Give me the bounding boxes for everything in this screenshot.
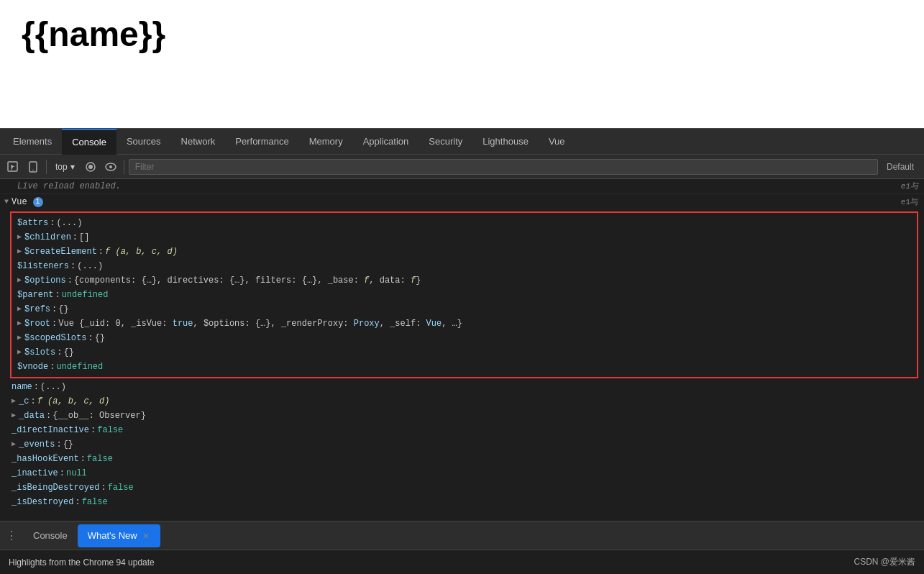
prop-refs[interactable]: ▶ $refs : {}	[12, 302, 917, 316]
tab-elements[interactable]: Elements	[3, 129, 62, 155]
prop-c[interactable]: ▶ _c : f (a, b, c, d)	[0, 394, 924, 409]
inspect-element-icon[interactable]	[4, 158, 22, 176]
svg-point-2	[32, 169, 34, 170]
more-options-icon[interactable]: ⋮	[6, 529, 17, 542]
devtools-tab-bar: Elements Console Sources Network Perform…	[0, 129, 924, 155]
tab-sources[interactable]: Sources	[116, 129, 171, 155]
chevron-down-icon: ▾	[70, 162, 75, 172]
console-content[interactable]: Live reload enabled. e1与 ▼ Vue i e1与 $at…	[0, 179, 924, 521]
vue-object-header[interactable]: ▼ Vue i e1与	[0, 194, 924, 210]
prop-has-hook-event[interactable]: _hasHookEvent : false	[0, 452, 924, 466]
expand-arrow-icon: ▼	[4, 196, 9, 209]
prop-parent[interactable]: $parent : undefined	[12, 288, 917, 302]
live-reload-text: Live reload enabled.	[17, 180, 121, 193]
prop-inactive[interactable]: _inactive : null	[0, 466, 924, 480]
prop-data[interactable]: ▶ _data : {__ob__: Observer}	[0, 409, 924, 423]
prop-is-destroyed[interactable]: _isDestroyed : false	[0, 495, 924, 509]
tab-memory[interactable]: Memory	[299, 129, 353, 155]
console-live-reload: Live reload enabled. e1与	[0, 179, 924, 194]
highlights-bar: Highlights from the Chrome 94 update CSD…	[0, 550, 924, 574]
tab-vue[interactable]: Vue	[539, 129, 575, 155]
vue-info-badge: i	[33, 197, 43, 207]
vue-label: Vue	[12, 196, 27, 209]
csdn-watermark: CSDN @爱米酱	[854, 556, 915, 568]
divider-2	[124, 160, 124, 174]
devtools-bottom-bar: ⋮ Console What's New ×	[0, 521, 924, 550]
prop-scoped-slots[interactable]: ▶ $scopedSlots : {}	[12, 331, 917, 345]
tab-lighthouse[interactable]: Lighthouse	[472, 129, 539, 155]
svg-point-4	[88, 165, 93, 169]
divider-1	[46, 160, 47, 174]
prop-events[interactable]: ▶ _events : {}	[0, 437, 924, 452]
filter-input[interactable]	[129, 159, 878, 175]
console-side-1: e1与	[901, 180, 918, 193]
context-label: top	[55, 162, 68, 172]
console-side-2: e1与	[901, 196, 918, 209]
tab-application[interactable]: Application	[353, 129, 419, 155]
page-heading: {{name}}	[22, 14, 165, 54]
tab-performance[interactable]: Performance	[225, 129, 298, 155]
svg-point-6	[109, 165, 112, 168]
devtools-panel: Elements Console Sources Network Perform…	[0, 128, 924, 574]
devtools-toolbar: top ▾ Default	[0, 155, 924, 179]
prop-children[interactable]: ▶ $children : []	[12, 230, 917, 245]
highlights-text: Highlights from the Chrome 94 update	[9, 557, 155, 568]
prop-attrs[interactable]: $attrs : (...)	[12, 216, 917, 230]
prop-root[interactable]: ▶ $root : Vue {_uid: 0, _isVue: true, $o…	[12, 316, 917, 331]
prop-is-being-destroyed[interactable]: _isBeingDestroyed : false	[0, 480, 924, 495]
prop-listeners[interactable]: $listeners : (...)	[12, 259, 917, 273]
prop-slots[interactable]: ▶ $slots : {}	[12, 345, 917, 360]
whats-new-label: What's New	[88, 530, 137, 541]
prop-direct-inactive[interactable]: _directInactive : false	[0, 423, 924, 437]
prop-vnode[interactable]: $vnode : undefined	[12, 360, 917, 374]
prop-options[interactable]: ▶ $options : {components: {…}, directive…	[12, 273, 917, 288]
tab-security[interactable]: Security	[418, 129, 472, 155]
device-toggle-icon[interactable]	[24, 158, 42, 176]
bottom-tab-whats-new[interactable]: What's New ×	[78, 524, 160, 547]
bottom-console-label: Console	[33, 530, 68, 541]
browser-page: {{name}}	[0, 0, 924, 128]
prop-name[interactable]: name : (...)	[0, 380, 924, 394]
vue-properties-box: $attrs : (...) ▶ $children : [] ▶ $creat…	[10, 211, 918, 378]
context-dropdown[interactable]: top ▾	[51, 160, 79, 173]
tab-console[interactable]: Console	[62, 129, 116, 155]
bottom-tab-console[interactable]: Console	[23, 524, 78, 547]
whats-new-close-icon[interactable]: ×	[142, 530, 150, 542]
prop-create-element[interactable]: ▶ $createElement : f (a, b, c, d)	[12, 245, 917, 259]
default-label: Default	[881, 162, 920, 172]
tab-network[interactable]: Network	[171, 129, 226, 155]
record-icon[interactable]	[82, 158, 99, 176]
eye-icon[interactable]	[102, 158, 119, 176]
